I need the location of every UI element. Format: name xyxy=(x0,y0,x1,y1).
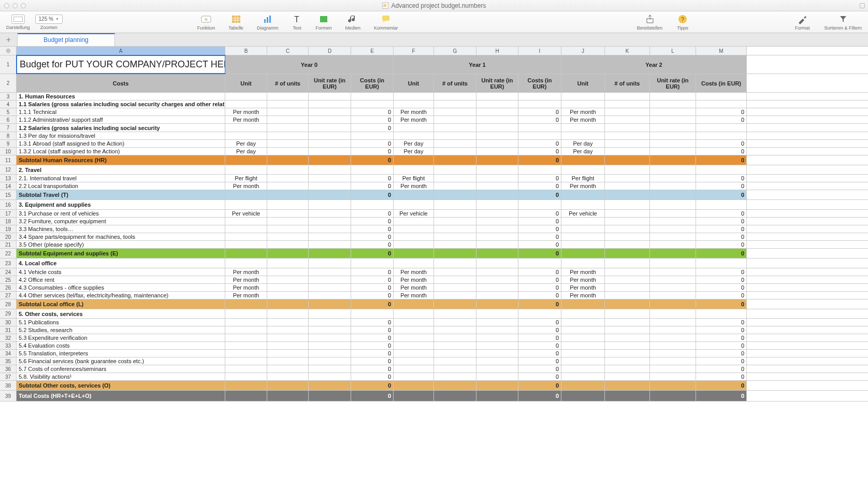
cell-C24[interactable] xyxy=(267,268,309,276)
cell-M18[interactable]: 0 xyxy=(696,218,747,225)
cell-G34[interactable] xyxy=(434,350,476,357)
cell-K7[interactable] xyxy=(605,124,650,132)
cell-C28[interactable] xyxy=(267,299,309,309)
cell-E26[interactable]: 0 xyxy=(351,284,394,291)
cell-I31[interactable]: 0 xyxy=(518,326,561,334)
cell-J37[interactable] xyxy=(561,373,605,380)
cell-L35[interactable] xyxy=(650,357,696,365)
toolbar-sort[interactable]: Sortieren & Filtern xyxy=(824,14,862,31)
cell-C10[interactable] xyxy=(267,148,309,155)
cell-C32[interactable] xyxy=(267,334,309,341)
cell-L21[interactable] xyxy=(650,241,696,248)
cell-B14[interactable]: Per month xyxy=(225,182,267,190)
cell-M33[interactable]: 0 xyxy=(696,342,747,349)
col-E[interactable]: E xyxy=(351,47,394,55)
toolbar-function[interactable]: fxFunktion xyxy=(197,14,215,31)
cell-B25[interactable]: Per month xyxy=(225,276,267,283)
cell-M12[interactable] xyxy=(696,165,747,174)
cell-B33[interactable] xyxy=(225,342,267,349)
cell-F11[interactable] xyxy=(394,155,434,165)
cell-M19[interactable]: 0 xyxy=(696,225,747,233)
cell-C31[interactable] xyxy=(267,326,309,334)
cell-E21[interactable]: 0 xyxy=(351,241,394,248)
cell-H39[interactable] xyxy=(476,391,518,401)
cell-I19[interactable]: 0 xyxy=(518,225,561,233)
cell-A10[interactable]: 1.3.2 Local (staff assigned to the Actio… xyxy=(17,148,225,155)
cell-L10[interactable] xyxy=(650,148,696,155)
cell-F16[interactable] xyxy=(394,200,434,209)
cell-D6[interactable] xyxy=(309,116,351,123)
cell-J3[interactable] xyxy=(561,93,605,100)
cell-I26[interactable]: 0 xyxy=(518,284,561,291)
cell-E12[interactable] xyxy=(351,165,394,174)
cell-M32[interactable]: 0 xyxy=(696,334,747,341)
cell-E31[interactable]: 0 xyxy=(351,326,394,334)
cell-K33[interactable] xyxy=(605,342,650,349)
cell-A27[interactable]: 4.4 Other services (tel/fax, electricity… xyxy=(17,292,225,299)
cell-L3[interactable] xyxy=(650,93,696,100)
cell-L29[interactable] xyxy=(650,309,696,318)
cell-D28[interactable] xyxy=(309,299,351,309)
cell-H31[interactable] xyxy=(476,326,518,334)
cell-E36[interactable]: 0 xyxy=(351,365,394,373)
cell-C38[interactable] xyxy=(267,381,309,390)
cell-A1-selected[interactable]: Budget for PUT YOUR COMPANY/PROJECT HERE xyxy=(17,55,225,74)
cell-H13[interactable] xyxy=(476,175,518,182)
cell-L13[interactable] xyxy=(650,175,696,182)
cell-L20[interactable] xyxy=(650,233,696,240)
cell-M20[interactable]: 0 xyxy=(696,233,747,240)
cell-D32[interactable] xyxy=(309,334,351,341)
cell-J38[interactable] xyxy=(561,381,605,390)
cell-D26[interactable] xyxy=(309,284,351,291)
cell-H7[interactable] xyxy=(476,124,518,132)
toolbar-tips[interactable]: ?Tipps xyxy=(677,14,688,31)
cell-K25[interactable] xyxy=(605,276,650,283)
select-all-corner[interactable] xyxy=(0,47,17,55)
cell-H15[interactable] xyxy=(476,190,518,199)
cell-I21[interactable]: 0 xyxy=(518,241,561,248)
cell-F28[interactable] xyxy=(394,299,434,309)
cell-A26[interactable]: 4.3 Consumables - office supplies xyxy=(17,284,225,291)
cell-B10[interactable]: Per day xyxy=(225,148,267,155)
cell-B15[interactable] xyxy=(225,190,267,199)
cell-A32[interactable]: 5.3 Expenditure verification xyxy=(17,334,225,341)
cell-K6[interactable] xyxy=(605,116,650,123)
cell-K17[interactable] xyxy=(605,210,650,217)
toolbar-media[interactable]: Medien xyxy=(345,14,360,31)
cell-I32[interactable]: 0 xyxy=(518,334,561,341)
cell-A21[interactable]: 3.5 Other (please specify) xyxy=(17,241,225,248)
cell-D25[interactable] xyxy=(309,276,351,283)
cell-B22[interactable] xyxy=(225,249,267,258)
cell-year2[interactable]: Year 2 xyxy=(561,55,747,74)
expand-icon[interactable] xyxy=(860,3,865,8)
maximize-icon[interactable] xyxy=(21,3,26,8)
cell-K3[interactable] xyxy=(605,93,650,100)
cell-K5[interactable] xyxy=(605,108,650,116)
cell-D31[interactable] xyxy=(309,326,351,334)
cell-F17[interactable]: Per vehicle xyxy=(394,210,434,217)
cell-M25[interactable]: 0 xyxy=(696,276,747,283)
cell-D8[interactable] xyxy=(309,132,351,139)
cell-I3[interactable] xyxy=(518,93,561,100)
cell-B21[interactable] xyxy=(225,241,267,248)
cell-M4[interactable] xyxy=(696,101,747,108)
cell-K11[interactable] xyxy=(605,155,650,165)
cell-G5[interactable] xyxy=(434,108,476,116)
cell-G38[interactable] xyxy=(434,381,476,390)
cell-F8[interactable] xyxy=(394,132,434,139)
cell-F3[interactable] xyxy=(394,93,434,100)
cell-F27[interactable]: Per month xyxy=(394,292,434,299)
cell-H5[interactable] xyxy=(476,108,518,116)
cell-J16[interactable] xyxy=(561,200,605,209)
cell-C7[interactable] xyxy=(267,124,309,132)
cell-G15[interactable] xyxy=(434,190,476,199)
cell-G35[interactable] xyxy=(434,357,476,365)
cell-B9[interactable]: Per day xyxy=(225,140,267,147)
cell-M28[interactable]: 0 xyxy=(696,299,747,309)
cell-I12[interactable] xyxy=(518,165,561,174)
cell-E4[interactable] xyxy=(351,101,394,108)
cell-I34[interactable]: 0 xyxy=(518,350,561,357)
cell-C12[interactable] xyxy=(267,165,309,174)
cell-I22[interactable]: 0 xyxy=(518,249,561,258)
cell-K19[interactable] xyxy=(605,225,650,233)
